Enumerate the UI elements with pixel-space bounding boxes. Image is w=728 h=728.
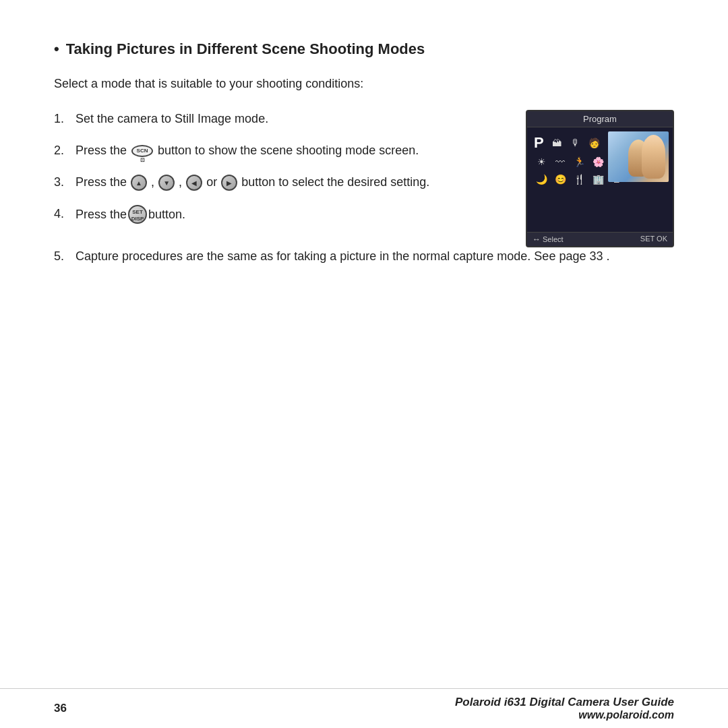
step-3-or: or bbox=[206, 175, 217, 189]
mode-icon-landscape: 🏔 bbox=[549, 135, 564, 150]
title-bullet: • bbox=[54, 40, 59, 58]
photo-people bbox=[608, 131, 669, 182]
step-1-number: 1. bbox=[54, 110, 75, 128]
mode-icon-mic: 🎙 bbox=[568, 135, 583, 150]
mode-icon-building: 🏢 bbox=[590, 172, 605, 187]
step-2-prefix: Press the bbox=[75, 144, 127, 157]
mode-icon-run: 🏃 bbox=[572, 154, 586, 169]
screen-body: P 🏔 🎙 🧑 ✦ ☀ 〰 🏃 🌸 ⚙ 🌙 😊 🍴 bbox=[527, 127, 673, 232]
mode-icon-fork: 🍴 bbox=[572, 172, 586, 187]
step-3-number: 3. bbox=[54, 173, 75, 191]
step-2-number: 2. bbox=[54, 142, 75, 160]
step-4-content: Press the SETDISP button. bbox=[75, 205, 506, 224]
step-2: 2. Press the SCN⊡ button to show the sce… bbox=[54, 142, 506, 160]
mode-icon-face: 😊 bbox=[553, 172, 568, 187]
page: • Taking Pictures in Different Scene Sho… bbox=[0, 0, 728, 728]
screen-ok-label: SET OK bbox=[640, 235, 667, 244]
step-5-number: 5. bbox=[54, 247, 75, 266]
nav-up-icon bbox=[131, 175, 147, 191]
step-1: 1. Set the camera to Still Image mode. bbox=[54, 110, 506, 128]
mode-icon-person: 🧑 bbox=[587, 135, 602, 150]
footer-bar: 36 Polaroid i631 Digital Camera User Gui… bbox=[0, 688, 728, 728]
title-text: Taking Pictures in Different Scene Shoot… bbox=[66, 40, 425, 58]
mode-icon-wave: 〰 bbox=[553, 154, 568, 169]
step-3-comma2: , bbox=[179, 175, 185, 189]
mode-icon-flower: 🌸 bbox=[590, 154, 605, 169]
steps-container: 1. Set the camera to Still Image mode. 2… bbox=[54, 110, 674, 247]
set-text: SET bbox=[640, 235, 655, 243]
screen-program-label: Program bbox=[583, 114, 617, 124]
step-2-suffix: button to show the scene shooting mode s… bbox=[158, 144, 419, 157]
scn-button-icon: SCN⊡ bbox=[131, 145, 153, 157]
set-disp-button-icon: SETDISP bbox=[128, 205, 147, 224]
step-3-content: Press the , , or button to select the de… bbox=[75, 173, 506, 191]
step-4-number: 4. bbox=[54, 205, 75, 223]
step-1-text: Set the camera to Still Image mode. bbox=[75, 110, 506, 128]
step-4-prefix: Press the bbox=[75, 206, 127, 224]
footer-page-number: 36 bbox=[54, 702, 67, 715]
step-4-suffix: button. bbox=[148, 206, 185, 224]
mode-icon-moon: 🌙 bbox=[534, 172, 549, 187]
step-3: 3. Press the , , or button to select the… bbox=[54, 173, 506, 191]
step-5: 5. Capture procedures are the same as fo… bbox=[54, 247, 674, 266]
left-right-arrow-icon: ↔ bbox=[533, 235, 541, 244]
mode-P-icon: P bbox=[534, 134, 544, 152]
nav-right-icon bbox=[221, 175, 237, 191]
footer-brand-line1: Polaroid i631 Digital Camera User Guide bbox=[455, 696, 674, 709]
step-2-content: Press the SCN⊡ button to show the scene … bbox=[75, 142, 506, 160]
ok-text: OK bbox=[657, 235, 667, 243]
select-text: Select bbox=[543, 235, 564, 243]
step-3-prefix: Press the bbox=[75, 175, 127, 189]
section-title: • Taking Pictures in Different Scene Sho… bbox=[54, 40, 674, 58]
person-1 bbox=[642, 135, 665, 179]
nav-left-icon bbox=[186, 175, 202, 191]
footer-brand-line2: www.polaroid.com bbox=[455, 709, 674, 721]
intro-text: Select a mode that is suitable to your s… bbox=[54, 77, 674, 91]
screen-photo bbox=[608, 131, 669, 182]
step-3-comma1: , bbox=[151, 175, 158, 189]
nav-down-icon bbox=[158, 175, 175, 191]
screen-header: Program bbox=[527, 111, 673, 127]
steps-list: 1. Set the camera to Still Image mode. 2… bbox=[54, 110, 506, 237]
mode-icon-sun: ☀ bbox=[534, 154, 549, 169]
step-5-text: Capture procedures are the same as for t… bbox=[75, 247, 674, 266]
step-3-suffix: button to select the desired setting. bbox=[241, 175, 429, 189]
screen-footer: ↔ Select SET OK bbox=[527, 232, 673, 246]
step-4: 4. Press the SETDISP button. bbox=[54, 205, 506, 224]
camera-screen: Program P 🏔 🎙 🧑 ✦ bbox=[526, 110, 674, 247]
footer-brand: Polaroid i631 Digital Camera User Guide … bbox=[455, 696, 674, 721]
screen-select-label: ↔ Select bbox=[533, 235, 564, 244]
